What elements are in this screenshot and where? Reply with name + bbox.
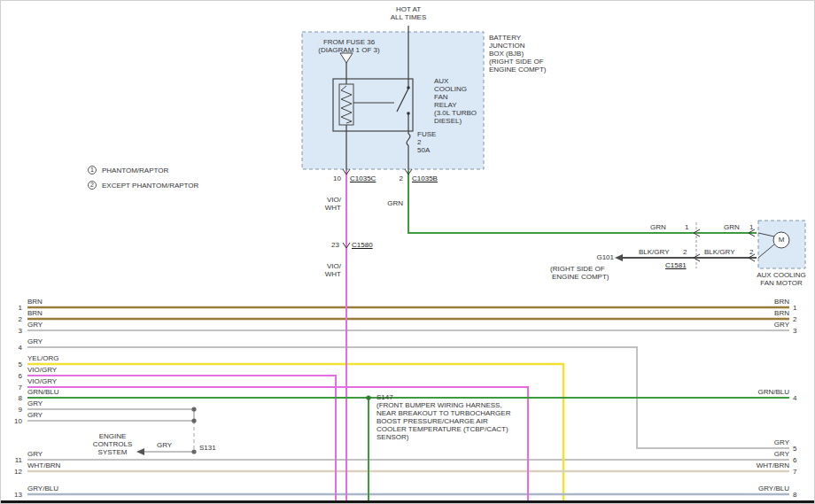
row-wire-label: VIO/GRY [27,366,57,374]
legend-circled-1-icon: 1 [88,166,97,174]
viowht-label-1b: WHT [314,204,341,212]
connector-chevrons [343,169,755,261]
relay-label-line4: RELAY [434,101,457,109]
row-pin-right: 8 [793,491,807,499]
bjb-label-line1: BATTERY [489,34,521,42]
row-wire-label: VIO/GRY [27,377,57,385]
viowht-label-2a: VIO/ [314,262,341,270]
row-pin-right: 4 [793,394,807,402]
row-wire-label: GRY [27,337,43,345]
row-pin-left: 4 [6,344,22,352]
row-wire-label: WHT/BRN [27,461,60,469]
row-pin-right: 7 [793,468,807,476]
row-pin-left: 8 [6,394,22,402]
blkgry-pin-left: 2 [683,248,687,256]
row-wire-label: GRY/BLU [27,485,58,492]
viowht-label-1a: VIO/ [314,196,341,204]
from-fuse36-label: FROM FUSE 36 [308,38,390,46]
splice-s147-note: (FRONT BUMPER WIRING HARNESS, [376,401,502,409]
row-pin-left: 9 [6,406,22,414]
row-wire-label-right: GRY [717,450,789,458]
fuse-label-line2: 2 [417,138,421,146]
wiring-diagram-page: HOT AT ALL TIMES BATTERY JUNCTION BOX (B… [0,0,815,504]
ground-g101-label: G101 [586,253,614,261]
blkgry-label-left: BLK/GRY [639,248,670,256]
row-pin-right: 6 [793,456,807,464]
wire-grn-to-motor [408,171,757,233]
relay-label-line1: AUX [434,77,448,85]
motor-name-line2: FAN MOTOR [748,279,815,287]
grn-pin-left: 1 [685,223,688,231]
row-wire-label: BRN [27,309,43,317]
row-wire-label: GRY [27,450,43,458]
row-wire-label: GRY [27,399,43,407]
brn-wires [27,307,789,319]
bjb-label-line4: (RIGHT SIDE OF [489,58,544,66]
bjb-label-line5: ENGINE COMPT) [489,66,546,74]
row-pin-left: 11 [6,456,22,464]
grn-label-right: GRN [724,223,740,231]
row-wire-label-right: GRY/BLU [717,485,789,492]
page-bottom-bar [1,500,815,504]
row-pin-right: 1 [793,304,807,312]
splice-s147-note: COOLER TEMPERATURE (TCBP/CACT) [376,425,508,433]
fuse-label-line1: FUSE [417,130,436,138]
engine-controls-label-line3: SYSTEM [89,448,136,456]
blkgry-label-right: BLK/GRY [704,248,735,256]
relay-label-line2: COOLING [434,85,467,93]
legend-text-1: PHANTOM/RAPTOR [102,167,168,174]
hot-at-label: HOT AT [373,5,444,13]
row-pin-left: 3 [6,327,22,335]
row-pin-right: 5 [793,445,807,453]
row-pin-left: 1 [6,304,22,312]
legend-circled-2-icon: 2 [88,181,97,190]
c1035c-pin: 10 [322,174,341,182]
bjb-label-line2: JUNCTION [489,42,524,50]
g101-location-line2: ENGINE COMPT) [552,273,609,281]
row-pin-left: 10 [6,417,22,425]
relay-label-line5: (3.0L TURBO [434,109,477,117]
fuse-label-line3: 50A [417,146,430,154]
connector-c1581-link[interactable]: C1581 [665,261,687,269]
grn-pin-right: 1 [749,223,753,231]
c1035b-pin: 2 [384,174,403,182]
row-wire-label-right: BRN [717,309,789,317]
row-wire-label-right: BRN [717,298,789,306]
row-wire-label: YEL/ORG [27,354,59,362]
s131-wire-color-label: GRY [157,441,172,449]
relay-terminal-dot [407,86,410,89]
connector-c1035b-link[interactable]: C1035B [412,174,438,182]
relay-label-line3: FAN [434,93,448,101]
diagram-ref-label: (DIAGRAM 1 OF 3) [308,46,390,54]
relay-label-line6: DIESEL) [434,117,462,125]
connector-c1580-link[interactable]: C1580 [352,241,373,249]
row-pin-left: 6 [6,372,22,380]
row-wire-label: GRY [27,321,43,329]
motor-m-label: M [775,236,788,244]
row-wire-label: BRN [27,298,43,306]
relay-terminal-dot [407,112,410,115]
engine-controls-label-line2: CONTROLS [89,440,136,448]
viowht-label-2b: WHT [314,270,341,278]
motor-name-line1: AUX COOLING [748,271,815,279]
splice-s147-note: NEAR BREAKOUT TO TURBOCHARGER [376,409,510,417]
connector-c1035c-link[interactable]: C1035C [350,174,376,182]
row-wire-label: GRN/BLU [27,388,59,396]
splice-s131-label: S131 [199,444,216,452]
row-wire-label-right: GRY [717,321,789,329]
engine-controls-label-line1: ENGINE [89,432,136,440]
row-wire-label: GRY [27,411,43,419]
splice-s147-note: SENSOR) [376,433,408,441]
all-times-label: ALL TIMES [373,13,444,21]
splice-dot-row9 [191,407,196,411]
c1580-pin: 23 [320,241,339,249]
ground-arrow-icon [615,254,623,261]
row-wire-label-right: WHT/BRN [717,461,789,469]
row-pin-left: 5 [6,361,22,368]
row-pin-left: 2 [6,315,22,323]
splice-s131-dot [191,449,196,454]
blkgry-pin-right: 2 [749,248,753,256]
grn-label-top: GRN [376,199,403,207]
row-wire-label-right: GRY [717,438,789,446]
bjb-label-line3: BOX (BJB) [489,50,524,58]
